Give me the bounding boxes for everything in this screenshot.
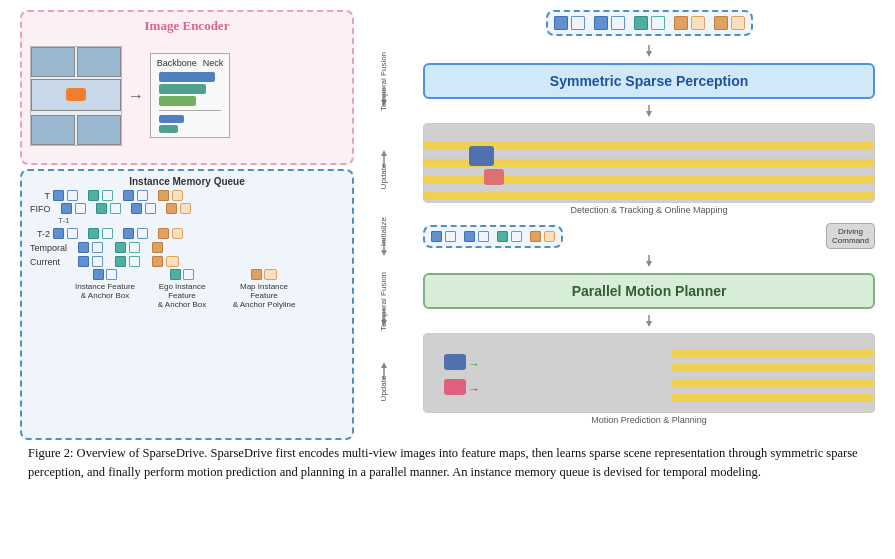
image-encoder-title: Image Encoder (30, 18, 344, 34)
legend-cube-orange (251, 269, 262, 280)
update-label-2: Update (379, 375, 388, 401)
temporal-cube-3 (115, 242, 126, 253)
planning-scene-container: → → Motion Prediction & Planning (423, 333, 875, 425)
legend-cube-blue (93, 269, 104, 280)
svg-marker-9 (381, 362, 387, 368)
temporal-cube-5 (152, 242, 163, 253)
svg-marker-3 (381, 150, 387, 156)
svg-marker-15 (646, 261, 652, 267)
current-cube-5 (152, 256, 163, 267)
update-label-1: Update (379, 164, 388, 190)
current-label: Current (30, 257, 75, 267)
planning-label: Motion Prediction & Planning (423, 415, 875, 425)
token-9 (714, 16, 728, 30)
caption-area: Figure 2: Overview of SparseDrive. Spars… (20, 440, 875, 483)
temporal-cube-1 (78, 242, 89, 253)
temporal-cube-4 (129, 242, 140, 253)
t-label: T (30, 191, 50, 201)
plan-car-pink (444, 379, 466, 395)
cube-t1-5 (131, 203, 142, 214)
queue-row-t2: T-2 (30, 228, 344, 239)
legend-label-2: Ego Instance Feature& Anchor Box (147, 282, 217, 309)
cube-t2-6 (137, 228, 148, 239)
current-cube-1 (78, 256, 89, 267)
legend-cube-teal (170, 269, 181, 280)
legend-item-2: Ego Instance Feature& Anchor Box (147, 269, 217, 309)
caption-text: Figure 2: Overview of SparseDrive. Spars… (28, 446, 858, 479)
legend-cube-outline-teal (183, 269, 194, 280)
arrow-to-pmp (423, 255, 875, 267)
update-arrow-1: Update (371, 150, 397, 181)
svg-marker-13 (646, 111, 652, 117)
cube-t2-8 (172, 228, 183, 239)
temporal-label: Temporal (30, 243, 75, 253)
cube-t1-6 (145, 203, 156, 214)
detection-scene (423, 123, 875, 203)
current-cube-2 (92, 256, 103, 267)
temporal-cube-2 (92, 242, 103, 253)
cube-t-3 (88, 190, 99, 201)
token-8 (691, 16, 705, 30)
svg-marker-5 (381, 250, 387, 256)
legend-label-3: Map Instance Feature& Anchor Polyline (229, 282, 299, 309)
init-token-2 (445, 231, 456, 242)
cube-t2-3 (88, 228, 99, 239)
init-token-4 (478, 231, 489, 242)
token-5 (634, 16, 648, 30)
t2-label: T-2 (30, 229, 50, 239)
update-arrow-2: Update (371, 362, 397, 393)
plan-stripe-3 (672, 379, 874, 387)
driving-command-box: DrivingCommand (826, 223, 875, 249)
arrow-ssp-to-scene (423, 105, 875, 117)
cube-t1-1 (61, 203, 72, 214)
plan-arrow-red: → (468, 382, 480, 397)
cube-t2-7 (158, 228, 169, 239)
fifo-label: FIFO (30, 204, 58, 214)
feature-bar-4 (159, 115, 184, 123)
feature-bars (155, 72, 225, 133)
detection-car-1 (469, 146, 494, 166)
feature-bar-3 (159, 96, 196, 106)
current-row: Current (30, 256, 344, 267)
cube-t1-2 (75, 203, 86, 214)
left-panel: Image Encoder → (20, 10, 354, 440)
cube-t1-7 (166, 203, 177, 214)
init-tokens-box (423, 225, 563, 248)
arrow-to-planning (423, 315, 875, 327)
pmp-title: Parallel Motion Planner (572, 283, 727, 299)
cube-t-6 (137, 190, 148, 201)
planning-scene: → → (423, 333, 875, 413)
init-token-6 (511, 231, 522, 242)
cube-t-7 (158, 190, 169, 201)
legend-row: Instance Feature& Anchor Box Ego Instanc… (30, 269, 344, 309)
token-7 (674, 16, 688, 30)
top-tokens-box (546, 10, 753, 36)
cube-t-5 (123, 190, 134, 201)
cube-t-2 (67, 190, 78, 201)
initialize-label: Initialize (379, 218, 388, 247)
token-6 (651, 16, 665, 30)
current-cube-4 (129, 256, 140, 267)
ssp-box: Symmetric Sparse Perception (423, 63, 875, 99)
cube-t2-4 (102, 228, 113, 239)
legend-cubes-1 (93, 269, 117, 280)
arrow-to-ssp (423, 45, 875, 57)
init-token-1 (431, 231, 442, 242)
plan-arrow-green: → (468, 357, 480, 372)
encoder-content: → Backbone Neck (30, 38, 344, 153)
token-4 (611, 16, 625, 30)
init-token-3 (464, 231, 475, 242)
temporal-fusion-arrow-2: Temporal Fusion (354, 297, 413, 328)
init-token-5 (497, 231, 508, 242)
plan-stripe-4 (672, 394, 874, 402)
legend-item-1: Instance Feature& Anchor Box (75, 269, 135, 309)
legend-label-1: Instance Feature& Anchor Box (75, 282, 135, 300)
temporal-fusion-label-1: Temporal Fusion (379, 52, 388, 111)
temporal-row: Temporal (30, 242, 344, 253)
pmp-box: Parallel Motion Planner (423, 273, 875, 309)
initialize-arrow: Initialize (369, 227, 398, 258)
feature-bar-1 (159, 72, 215, 82)
svg-marker-11 (646, 51, 652, 57)
detection-scene-container: Detection & Tracking & Online Mapping (423, 123, 875, 215)
memory-queue-box: Instance Memory Queue T (20, 169, 354, 440)
